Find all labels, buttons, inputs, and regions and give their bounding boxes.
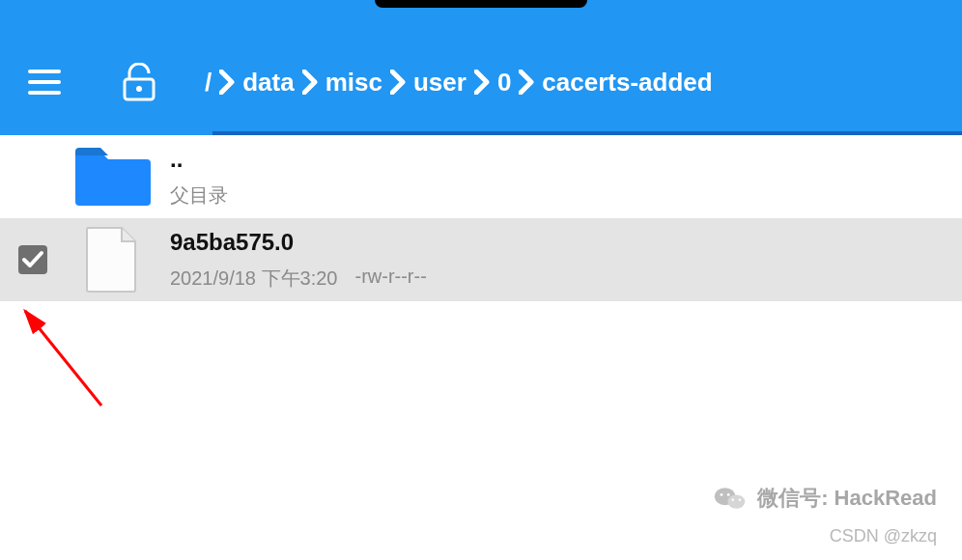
checkbox-checked-icon[interactable]: [17, 244, 48, 275]
status-bar: [0, 0, 962, 29]
file-date: 2021/9/18 下午3:20: [170, 266, 337, 292]
lock-toggle[interactable]: [110, 63, 168, 101]
svg-point-9: [721, 493, 723, 496]
file-permissions: -rw-r--r--: [354, 266, 426, 292]
file-list: .. 父目录 9a5ba575.0 2021/9/18 下午3:20 -rw-r…: [0, 135, 962, 301]
parent-dir-row[interactable]: .. 父目录: [0, 135, 962, 218]
menu-button[interactable]: [17, 70, 71, 95]
breadcrumb-item-misc[interactable]: misc: [318, 68, 390, 98]
svg-point-4: [136, 86, 142, 92]
svg-rect-2: [28, 91, 61, 95]
svg-rect-0: [28, 70, 61, 73]
svg-line-6: [25, 311, 101, 406]
watermark-label: 微信号:: [757, 486, 828, 510]
file-subtitle: 父目录: [170, 182, 228, 209]
chevron-right-icon: [519, 70, 534, 95]
svg-point-12: [739, 499, 742, 502]
notch: [375, 0, 587, 8]
chevron-right-icon: [302, 70, 318, 95]
file-icon: [70, 226, 153, 294]
chevron-right-icon: [474, 70, 490, 95]
svg-point-11: [732, 499, 735, 502]
app-toolbar: / data misc user 0 cacerts-added: [0, 29, 962, 135]
breadcrumb: / data misc user 0 cacerts-added: [197, 29, 721, 135]
watermark-value: HackRead: [835, 486, 937, 510]
chevron-right-icon: [219, 70, 235, 95]
file-name: 9a5ba575.0: [170, 229, 427, 256]
breadcrumb-item-data[interactable]: data: [235, 68, 301, 98]
breadcrumb-item-cacerts-added[interactable]: cacerts-added: [534, 68, 720, 98]
file-name: ..: [170, 146, 228, 173]
breadcrumb-item-user[interactable]: user: [406, 68, 474, 98]
folder-icon: [70, 143, 153, 210]
breadcrumb-item-0[interactable]: 0: [490, 68, 519, 98]
svg-rect-1: [28, 80, 61, 84]
chevron-right-icon: [390, 70, 406, 95]
hamburger-icon: [28, 70, 61, 95]
watermark-csdn: CSDN @zkzq: [830, 526, 937, 546]
svg-point-10: [727, 493, 730, 496]
file-row[interactable]: 9a5ba575.0 2021/9/18 下午3:20 -rw-r--r--: [0, 218, 962, 301]
watermark-wechat: 微信号: HackRead: [713, 481, 937, 516]
lock-open-icon: [123, 63, 156, 101]
wechat-icon: [713, 481, 748, 516]
svg-point-8: [727, 494, 745, 508]
breadcrumb-root[interactable]: /: [197, 68, 219, 98]
